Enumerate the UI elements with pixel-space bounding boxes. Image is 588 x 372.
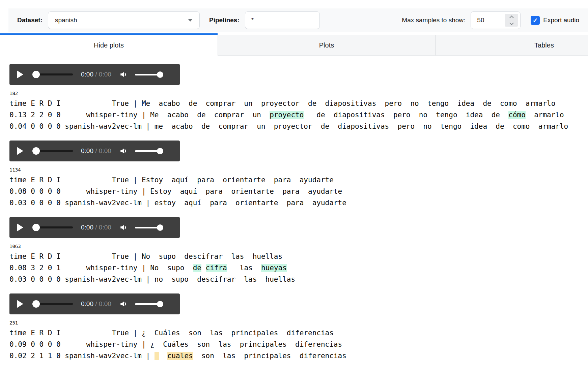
- hypothesis-row: 0.04 0 0 0 0 spanish-wav2vec-lm | me aca…: [9, 121, 588, 132]
- play-icon: [17, 70, 23, 79]
- seek-slider[interactable]: [33, 300, 73, 308]
- tab-bar: Hide plotsPlotsTables: [0, 33, 588, 56]
- current-time: 0:00: [81, 147, 93, 154]
- control-bar: Dataset: spanish Pipelines: Max samples …: [8, 8, 588, 32]
- current-time: 0:00: [81, 224, 93, 231]
- time-separator: /: [95, 224, 97, 231]
- chevron-up-icon: [509, 16, 514, 20]
- audio-player: 0:00 / 0:00: [9, 64, 180, 85]
- sample-id: 251: [9, 320, 588, 326]
- sample-id: 1063: [9, 244, 588, 249]
- volume-thumb[interactable]: [157, 224, 163, 231]
- time-display: 0:00 / 0:00: [81, 147, 111, 155]
- play-icon: [17, 300, 23, 308]
- time-separator: /: [95, 300, 97, 307]
- seek-thumb[interactable]: [32, 147, 40, 155]
- audio-player: 0:00 / 0:00: [9, 141, 180, 161]
- pipelines-input[interactable]: [245, 11, 320, 29]
- time-display: 0:00 / 0:00: [81, 71, 111, 78]
- chevron-down-icon: [509, 21, 514, 25]
- time-separator: /: [95, 71, 97, 78]
- reference-row: time E R D I True | No supo descifrar la…: [9, 251, 588, 262]
- seek-slider[interactable]: [33, 147, 73, 155]
- alignment-block: time E R D I True | ¿ Cuáles son las pri…: [9, 327, 588, 362]
- volume-icon[interactable]: [119, 147, 128, 155]
- hypothesis-row: 0.02 2 1 1 0 spanish-wav2vec-lm | cuales…: [9, 350, 588, 362]
- play-button[interactable]: [17, 223, 24, 231]
- volume-icon[interactable]: [119, 223, 128, 232]
- hypothesis-row: 0.03 0 0 0 0 spanish-wav2vec-lm | estoy …: [9, 197, 588, 209]
- play-button[interactable]: [17, 70, 24, 79]
- sample-block: 0:00 / 0:00 251 time E R D I True | ¿ Cu…: [9, 293, 588, 362]
- hypothesis-row: 0.08 0 0 0 0 whisper-tiny | Estoy aquí p…: [9, 186, 588, 197]
- hypothesis-row: 0.09 0 0 0 0 whisper-tiny | ¿ Cuáles son…: [9, 339, 588, 350]
- audio-player: 0:00 / 0:00: [9, 217, 180, 238]
- volume-thumb[interactable]: [157, 301, 163, 307]
- hypothesis-row: 0.13 2 2 0 0 whisper-tiny | Me acabo de …: [9, 109, 588, 121]
- current-time: 0:00: [81, 71, 93, 78]
- play-button[interactable]: [17, 147, 24, 155]
- hypothesis-row: 0.08 3 2 0 1 whisper-tiny | No supo de c…: [9, 262, 588, 274]
- check-icon: ✓: [533, 17, 538, 24]
- duration: 0:00: [99, 224, 111, 231]
- hypothesis-row: 0.03 0 0 0 0 spanish-wav2vec-lm | no sup…: [9, 274, 588, 285]
- reference-row: time E R D I True | Me acabo de comprar …: [9, 98, 588, 109]
- volume-slider[interactable]: [135, 224, 162, 231]
- reference-row: time E R D I True | Estoy aquí para orie…: [9, 174, 588, 186]
- audio-player: 0:00 / 0:00: [9, 293, 180, 314]
- volume-slider[interactable]: [135, 71, 162, 78]
- volume-thumb[interactable]: [157, 71, 163, 78]
- sample-block: 0:00 / 0:00 1063 time E R D I True | No …: [9, 217, 588, 285]
- max-samples-label: Max samples to show:: [402, 17, 465, 24]
- play-icon: [17, 223, 23, 231]
- reference-row: time E R D I True | ¿ Cuáles son las pri…: [9, 327, 588, 339]
- dataset-selected-value: spanish: [55, 17, 77, 24]
- volume-icon[interactable]: [119, 70, 128, 79]
- seek-thumb[interactable]: [32, 71, 40, 78]
- seek-slider[interactable]: [33, 70, 73, 79]
- tab-hide-plots[interactable]: Hide plots: [0, 33, 218, 56]
- play-icon: [17, 147, 23, 155]
- samples-list: 0:00 / 0:00 182 time E R D I True | Me a…: [0, 64, 588, 362]
- current-time: 0:00: [81, 300, 93, 307]
- time-display: 0:00 / 0:00: [81, 300, 111, 308]
- time-separator: /: [95, 147, 97, 154]
- volume-icon[interactable]: [119, 300, 128, 308]
- sample-id: 182: [9, 91, 588, 96]
- volume-slider[interactable]: [135, 148, 162, 154]
- pipelines-label: Pipelines:: [209, 17, 240, 24]
- tab-tables[interactable]: Tables: [435, 35, 588, 56]
- time-display: 0:00 / 0:00: [81, 224, 111, 231]
- duration: 0:00: [99, 300, 111, 307]
- export-audio-label: Export audio: [543, 17, 579, 24]
- number-stepper[interactable]: [505, 14, 518, 27]
- volume-thumb[interactable]: [157, 148, 163, 154]
- alignment-block: time E R D I True | Me acabo de comprar …: [9, 98, 588, 132]
- sample-block: 0:00 / 0:00 182 time E R D I True | Me a…: [9, 64, 588, 132]
- alignment-block: time E R D I True | Estoy aquí para orie…: [9, 174, 588, 209]
- dataset-select[interactable]: spanish: [48, 11, 200, 29]
- seek-slider[interactable]: [33, 223, 73, 231]
- alignment-block: time E R D I True | No supo descifrar la…: [9, 251, 588, 285]
- chevron-down-icon: [188, 19, 193, 22]
- duration: 0:00: [99, 147, 111, 154]
- sample-block: 0:00 / 0:00 1134 time E R D I True | Est…: [9, 141, 588, 209]
- volume-slider[interactable]: [135, 301, 162, 307]
- tab-plots[interactable]: Plots: [218, 35, 435, 56]
- seek-thumb[interactable]: [32, 300, 40, 308]
- duration: 0:00: [99, 71, 111, 78]
- export-audio-checkbox[interactable]: ✓ Export audio: [531, 16, 579, 25]
- dataset-label: Dataset:: [17, 17, 43, 24]
- play-button[interactable]: [17, 300, 24, 308]
- sample-id: 1134: [9, 167, 588, 173]
- seek-thumb[interactable]: [32, 224, 40, 231]
